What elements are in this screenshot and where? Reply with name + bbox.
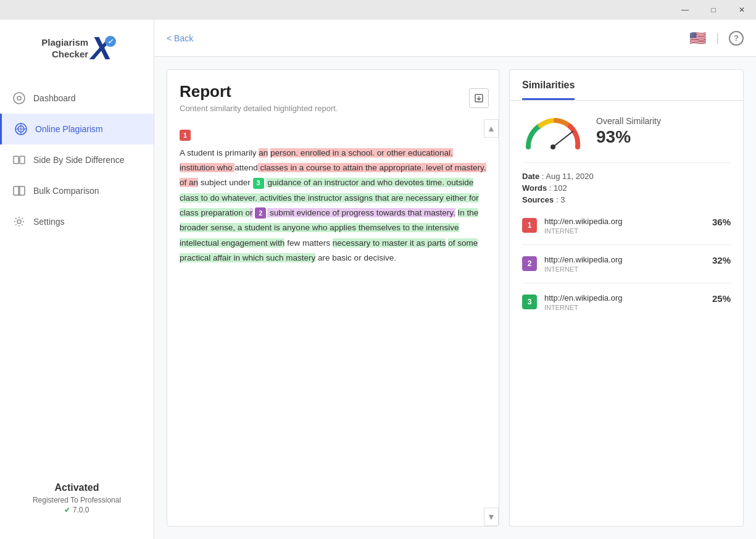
side-by-side-label: Side By Side Difference xyxy=(33,155,125,165)
source-2-type: INTERNET xyxy=(544,265,705,273)
svg-point-0 xyxy=(14,93,25,104)
overall-similarity-label: Overall Similarity xyxy=(596,116,731,126)
svg-rect-7 xyxy=(20,156,25,164)
source-1-badge: 1 xyxy=(522,218,537,233)
similarities-body: Overall Similarity 93% Date : Aug 11, 20… xyxy=(510,101,743,526)
source-1-pct: 36% xyxy=(712,217,731,227)
sidebar-item-online-plagiarism[interactable]: Online Plagiarism xyxy=(0,114,154,144)
close-button[interactable]: ✕ xyxy=(728,0,756,20)
gauge xyxy=(522,113,584,150)
scroll-down-button[interactable]: ▼ xyxy=(484,508,499,526)
source-badge-3: 3 xyxy=(253,178,264,189)
source-list: 1 http://en.wikipedia.org INTERNET 36% 2 xyxy=(522,217,731,321)
main-content: < Back 🇺🇸 | ? Report Content similarity … xyxy=(154,20,756,539)
minimize-button[interactable]: — xyxy=(671,0,699,20)
report-panel: Report Content similarity detailed highl… xyxy=(167,69,499,527)
source-item-1: 1 http://en.wikipedia.org INTERNET 36% xyxy=(522,217,731,245)
divider: | xyxy=(716,31,719,44)
sidebar-item-bulk-comparison[interactable]: Bulk Comparison xyxy=(0,175,154,206)
meta-words: Words : 102 xyxy=(522,183,731,193)
title-bar: — □ ✕ xyxy=(0,0,756,20)
dashboard-label: Dashboard xyxy=(33,93,76,103)
back-button[interactable]: < Back xyxy=(167,33,193,43)
similarities-panel: Similarities xyxy=(509,69,744,527)
source-1-type: INTERNET xyxy=(544,227,705,235)
report-subtitle: Content similarity detailed highlighted … xyxy=(180,104,486,113)
report-text: A student is primarily an person. enroll… xyxy=(180,146,486,265)
sidebar: Plagiarism Checker X ✓ Dashboard xyxy=(0,20,154,539)
meta-date: Date : Aug 11, 2020 xyxy=(522,172,731,181)
sidebar-item-dashboard[interactable]: Dashboard xyxy=(0,83,154,114)
maximize-button[interactable]: □ xyxy=(699,0,728,20)
sidebar-item-settings[interactable]: Settings xyxy=(0,206,154,237)
content-area: Report Content similarity detailed highl… xyxy=(154,57,756,539)
bulk-comparison-label: Bulk Comparison xyxy=(33,186,99,196)
sidebar-item-side-by-side[interactable]: Side By Side Difference xyxy=(0,144,154,175)
svg-point-10 xyxy=(17,220,21,224)
report-scroll-area: 1 A student is primarily an person. enro… xyxy=(167,119,499,526)
registered-text: Registered To Professional xyxy=(12,496,141,504)
online-plagiarism-icon xyxy=(14,122,28,136)
source-3-info: http://en.wikipedia.org INTERNET xyxy=(544,293,705,311)
export-button[interactable] xyxy=(469,88,489,108)
source-2-info: http://en.wikipedia.org INTERNET xyxy=(544,255,705,273)
activated-text: Activated xyxy=(12,482,141,493)
dashboard-icon xyxy=(12,91,26,105)
similarities-title: Similarities xyxy=(522,80,575,100)
meta-info: Date : Aug 11, 2020 Words : 102 Sources … xyxy=(522,162,731,204)
check-icon: ✔ xyxy=(64,506,70,514)
side-by-side-icon xyxy=(12,153,26,167)
similarities-header: Similarities xyxy=(510,70,743,101)
source-3-type: INTERNET xyxy=(544,304,705,311)
report-header: Report Content similarity detailed highl… xyxy=(167,70,499,119)
help-button[interactable]: ? xyxy=(729,31,744,46)
svg-point-1 xyxy=(17,96,21,100)
overall-similarity-pct: 93% xyxy=(596,127,731,147)
source-1-info: http://en.wikipedia.org INTERNET xyxy=(544,217,705,235)
settings-icon xyxy=(12,215,26,228)
source-1-url[interactable]: http://en.wikipedia.org xyxy=(544,217,705,226)
report-body: 1 A student is primarily an person. enro… xyxy=(167,119,499,526)
logo-line1: Plagiarism xyxy=(41,36,88,49)
svg-rect-6 xyxy=(14,156,19,164)
language-flag[interactable]: 🇺🇸 xyxy=(689,30,706,46)
settings-label: Settings xyxy=(33,217,65,227)
source-3-url[interactable]: http://en.wikipedia.org xyxy=(544,293,705,303)
logo-area: Plagiarism Checker X ✓ xyxy=(0,20,154,83)
source-2-pct: 32% xyxy=(712,255,731,265)
top-bar-right: 🇺🇸 | ? xyxy=(689,30,744,46)
version-text: ✔ 7.0.0 xyxy=(12,506,141,514)
meta-sources: Sources : 3 xyxy=(522,195,731,204)
source-badge-1: 1 xyxy=(180,130,191,141)
source-3-badge: 3 xyxy=(522,295,537,309)
report-title: Report xyxy=(180,82,486,101)
gauge-container: Overall Similarity 93% xyxy=(522,113,731,150)
svg-point-14 xyxy=(550,144,555,149)
sidebar-bottom: Activated Registered To Professional ✔ 7… xyxy=(0,470,154,527)
scroll-up-button[interactable]: ▲ xyxy=(484,119,499,138)
gauge-info: Overall Similarity 93% xyxy=(596,116,731,147)
source-item-2: 2 http://en.wikipedia.org INTERNET 32% xyxy=(522,255,731,283)
top-bar: < Back 🇺🇸 | ? xyxy=(154,20,756,57)
app-container: Plagiarism Checker X ✓ Dashboard xyxy=(0,20,756,539)
logo-x: X ✓ xyxy=(91,32,112,64)
source-2-url[interactable]: http://en.wikipedia.org xyxy=(544,255,705,264)
online-plagiarism-label: Online Plagiarism xyxy=(35,124,103,134)
svg-line-13 xyxy=(553,132,573,147)
source-item-3: 3 http://en.wikipedia.org INTERNET 25% xyxy=(522,293,731,321)
source-3-pct: 25% xyxy=(712,293,731,304)
bulk-comparison-icon xyxy=(12,184,26,198)
source-badge-2-inline: 2 xyxy=(255,207,266,219)
logo-line2: Checker xyxy=(41,48,88,61)
source-2-badge: 2 xyxy=(522,256,537,271)
